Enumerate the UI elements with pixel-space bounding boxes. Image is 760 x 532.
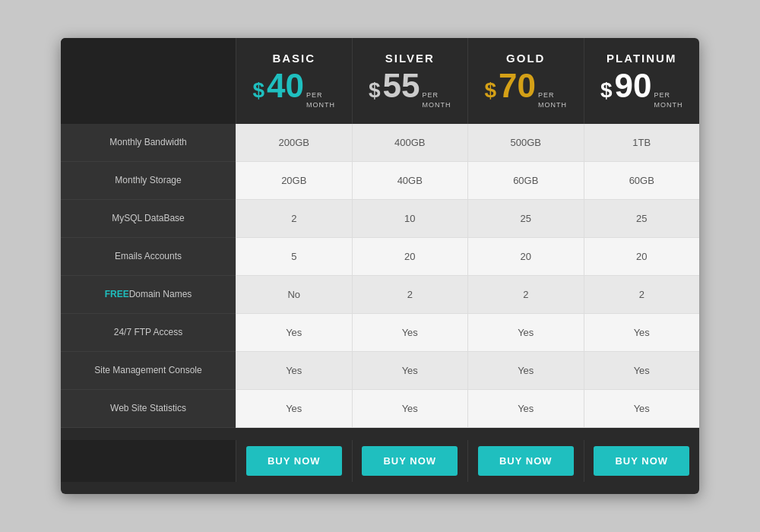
- table-cell: Yes: [236, 314, 352, 352]
- plan-name-gold: GOLD: [506, 52, 545, 65]
- plan-name-silver: SILVER: [385, 52, 435, 65]
- table-cell: 20: [467, 238, 584, 276]
- table-row: Monthly Bandwidth200GB400GB500GB1TB: [61, 124, 699, 162]
- table-row: Monthly Storage20GB40GB60GB60GB: [61, 162, 699, 200]
- row-label-7: Web Site Statistics: [61, 390, 236, 428]
- table-cell: 200GB: [236, 124, 352, 162]
- plan-name-platinum: PLATINUM: [606, 52, 676, 65]
- table-cell: Yes: [352, 314, 468, 352]
- row-label-5: 24/7 FTP Access: [61, 314, 236, 352]
- row-label-3: Emails Accounts: [61, 238, 236, 276]
- row-label-2: MySQL DataBase: [61, 200, 236, 238]
- footer-cell-platinum: BUY NOW: [584, 440, 700, 482]
- table-cell: 5: [236, 238, 352, 276]
- table-row: Web Site StatisticsYesYesYesYes: [61, 390, 699, 428]
- footer-row: BUY NOWBUY NOWBUY NOWBUY NOW: [61, 428, 699, 494]
- table-cell: Yes: [467, 314, 584, 352]
- table-cell: 20: [352, 238, 468, 276]
- footer-cell-silver: BUY NOW: [352, 440, 468, 482]
- table-cell: 1TB: [584, 124, 700, 162]
- table-cell: Yes: [352, 390, 468, 428]
- table-cell: 40GB: [352, 162, 468, 200]
- plan-header-gold: GOLD$70PERMONTH: [467, 38, 584, 123]
- table-cell: 25: [584, 200, 700, 238]
- table-cell: Yes: [467, 390, 584, 428]
- table-cell: No: [236, 276, 352, 314]
- table-row: MySQL DataBase2102525: [61, 200, 699, 238]
- table-cell: Yes: [584, 352, 700, 390]
- table-row: Emails Accounts5202020: [61, 238, 699, 276]
- plan-header-basic: BASIC$40PERMONTH: [236, 38, 352, 123]
- buy-now-button-basic[interactable]: BUY NOW: [246, 446, 342, 476]
- brand-cell: [61, 38, 236, 123]
- table-cell: Yes: [236, 390, 352, 428]
- table-cell: 60GB: [584, 162, 700, 200]
- data-rows: Monthly Bandwidth200GB400GB500GB1TBMonth…: [61, 124, 699, 428]
- table-cell: 20GB: [236, 162, 352, 200]
- table-cell: 20: [584, 238, 700, 276]
- table-cell: Yes: [236, 352, 352, 390]
- table-cell: 25: [467, 200, 584, 238]
- table-cell: Yes: [584, 314, 700, 352]
- table-cell: Yes: [584, 390, 700, 428]
- row-label-0: Monthly Bandwidth: [61, 124, 236, 162]
- plan-header-silver: SILVER$55PERMONTH: [352, 38, 468, 123]
- plan-header-platinum: PLATINUM$90PERMONTH: [584, 38, 700, 123]
- table-cell: Yes: [352, 352, 468, 390]
- footer-label-empty: [61, 440, 236, 482]
- header-row: BASIC$40PERMONTHSILVER$55PERMONTHGOLD$70…: [61, 38, 699, 123]
- buy-now-button-gold[interactable]: BUY NOW: [478, 446, 574, 476]
- table-row: FREE Domain NamesNo222: [61, 276, 699, 314]
- table-cell: 400GB: [352, 124, 468, 162]
- table-cell: 2: [352, 276, 468, 314]
- row-label-6: Site Management Console: [61, 352, 236, 390]
- pricing-table: BASIC$40PERMONTHSILVER$55PERMONTHGOLD$70…: [61, 38, 699, 493]
- footer-cell-gold: BUY NOW: [467, 440, 584, 482]
- footer-cell-basic: BUY NOW: [236, 440, 352, 482]
- table-cell: 500GB: [467, 124, 584, 162]
- row-label-4: FREE Domain Names: [61, 276, 236, 314]
- table-cell: Yes: [467, 352, 584, 390]
- table-cell: 2: [236, 200, 352, 238]
- table-cell: 2: [584, 276, 700, 314]
- row-label-1: Monthly Storage: [61, 162, 236, 200]
- table-cell: 2: [467, 276, 584, 314]
- buy-now-button-platinum[interactable]: BUY NOW: [594, 446, 689, 476]
- table-cell: 10: [352, 200, 468, 238]
- table-cell: 60GB: [467, 162, 584, 200]
- table-row: 24/7 FTP AccessYesYesYesYes: [61, 314, 699, 352]
- table-row: Site Management ConsoleYesYesYesYes: [61, 352, 699, 390]
- plan-name-basic: BASIC: [272, 52, 315, 65]
- buy-now-button-silver[interactable]: BUY NOW: [362, 446, 458, 476]
